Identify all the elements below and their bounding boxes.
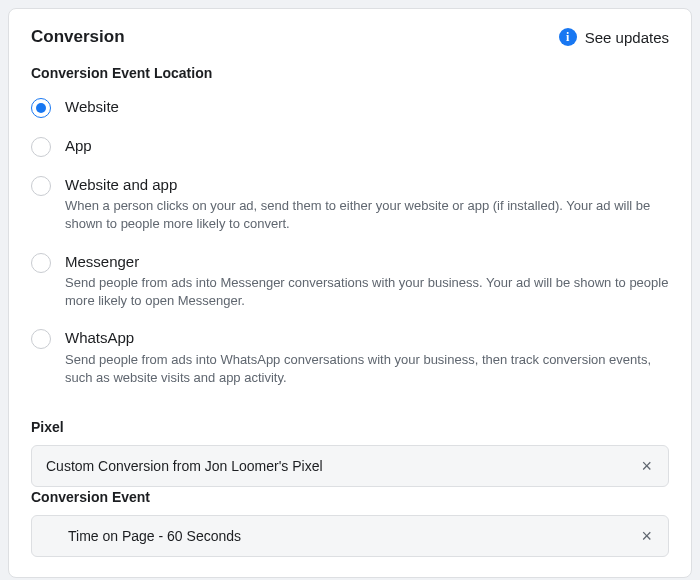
conversion-event-select[interactable]: Time on Page - 60 Seconds × [31, 515, 669, 557]
see-updates-link[interactable]: i See updates [559, 28, 669, 46]
radio-button[interactable] [31, 329, 51, 349]
conversion-location-radio-group: Website App Website and app When a perso… [31, 91, 669, 399]
radio-label: Website and app [65, 175, 669, 195]
card-header: Conversion i See updates [31, 27, 669, 47]
pixel-value: Custom Conversion from Jon Loomer's Pixe… [46, 458, 323, 474]
radio-body: Website and app When a person clicks on … [65, 175, 669, 234]
card-title: Conversion [31, 27, 125, 47]
info-icon: i [559, 28, 577, 46]
conversion-event-label: Conversion Event [31, 489, 669, 505]
close-icon[interactable]: × [639, 527, 654, 545]
radio-button[interactable] [31, 176, 51, 196]
radio-description: When a person clicks on your ad, send th… [65, 197, 669, 233]
conversion-event-section: Conversion Event Time on Page - 60 Secon… [31, 489, 669, 557]
radio-body: Messenger Send people from ads into Mess… [65, 252, 669, 311]
radio-label: WhatsApp [65, 328, 669, 348]
radio-label: Website [65, 97, 669, 117]
pixel-label: Pixel [31, 419, 669, 435]
radio-body: Website [65, 97, 669, 117]
close-icon[interactable]: × [639, 457, 654, 475]
radio-option-app[interactable]: App [31, 130, 669, 169]
conversion-location-label: Conversion Event Location [31, 65, 669, 81]
radio-button[interactable] [31, 137, 51, 157]
radio-label: Messenger [65, 252, 669, 272]
radio-option-website-and-app[interactable]: Website and app When a person clicks on … [31, 169, 669, 246]
conversion-card: Conversion i See updates Conversion Even… [8, 8, 692, 578]
radio-description: Send people from ads into WhatsApp conve… [65, 351, 669, 387]
pixel-select[interactable]: Custom Conversion from Jon Loomer's Pixe… [31, 445, 669, 487]
see-updates-label: See updates [585, 29, 669, 46]
pixel-section: Pixel Custom Conversion from Jon Loomer'… [31, 419, 669, 487]
radio-description: Send people from ads into Messenger conv… [65, 274, 669, 310]
radio-label: App [65, 136, 669, 156]
radio-body: WhatsApp Send people from ads into Whats… [65, 328, 669, 387]
radio-button[interactable] [31, 253, 51, 273]
radio-option-website[interactable]: Website [31, 91, 669, 130]
radio-option-whatsapp[interactable]: WhatsApp Send people from ads into Whats… [31, 322, 669, 399]
radio-body: App [65, 136, 669, 156]
conversion-event-value: Time on Page - 60 Seconds [46, 528, 241, 544]
radio-button[interactable] [31, 98, 51, 118]
radio-option-messenger[interactable]: Messenger Send people from ads into Mess… [31, 246, 669, 323]
